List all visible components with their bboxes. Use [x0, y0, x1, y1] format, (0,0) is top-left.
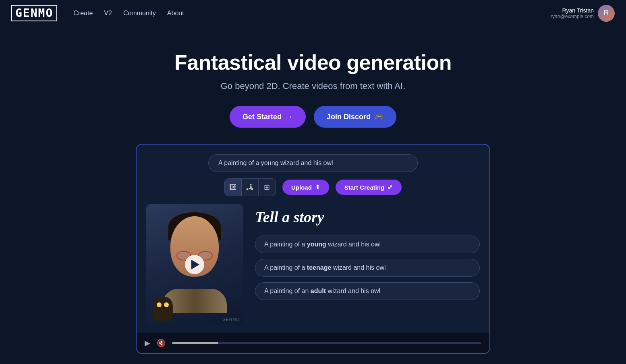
logo-text: GENMO: [11, 5, 57, 21]
nav-links: Create V2 Community About: [73, 10, 184, 17]
story-option-young-prefix: A painting of a: [264, 241, 307, 248]
story-option-young-suffix: wizard and his owl: [326, 241, 381, 248]
story-option-teenage[interactable]: A painting of a teenage wizard and his o…: [255, 259, 480, 277]
mute-button[interactable]: 🔇: [157, 339, 166, 347]
owl-eye-right: [164, 302, 169, 307]
story-option-adult-suffix: wizard and his owl: [326, 287, 380, 294]
hero-title: Fantastical video generation: [8, 50, 618, 74]
play-triangle-icon: [191, 260, 199, 269]
nav-link-v2[interactable]: V2: [104, 10, 112, 17]
get-started-label: Get Started: [243, 113, 282, 121]
demo-card: 🖼 🏞 ⊞ Upload ⬆ Start Creating ⤢: [136, 144, 490, 354]
story-option-young-bold: young: [307, 241, 326, 248]
hero-section: Fantastical video generation Go beyond 2…: [0, 26, 626, 144]
video-controls: ▶ 🔇: [137, 333, 489, 353]
get-started-arrow: →: [286, 113, 293, 121]
icon-btn-portrait[interactable]: 🖼: [225, 179, 242, 196]
upload-label: Upload: [291, 184, 312, 191]
avatar[interactable]: R: [598, 5, 615, 22]
prompt-row: [146, 154, 480, 172]
user-email: ryan@example.com: [551, 14, 594, 19]
logo[interactable]: GENMO: [11, 5, 57, 21]
progress-bar-track[interactable]: [172, 342, 481, 344]
hero-buttons: Get Started → Join Discord 🎮: [8, 106, 618, 128]
story-option-adult-prefix: A painting of an: [264, 287, 311, 294]
icon-btn-landscape[interactable]: 🏞: [242, 179, 259, 196]
story-panel: Tell a story A painting of a young wizar…: [255, 204, 480, 306]
video-thumbnail: GENMO: [146, 204, 243, 325]
navbar: GENMO Create V2 Community About Ryan Tri…: [0, 0, 626, 26]
join-discord-label: Join Discord: [327, 113, 371, 121]
progress-bar-fill: [172, 342, 218, 344]
owl-silhouette: [153, 297, 173, 321]
user-info: Ryan Tristan ryan@example.com: [551, 7, 594, 19]
tool-row: 🖼 🏞 ⊞ Upload ⬆ Start Creating ⤢: [146, 178, 480, 196]
story-option-adult-bold: adult: [311, 287, 326, 294]
upload-button[interactable]: Upload ⬆: [282, 180, 329, 195]
watermark: GENMO: [222, 317, 240, 322]
story-option-teenage-prefix: A painting of a: [264, 264, 307, 271]
get-started-button[interactable]: Get Started →: [230, 106, 306, 128]
owl-eye-left: [157, 302, 162, 307]
prompt-input[interactable]: [208, 154, 418, 172]
play-button-overlay[interactable]: [185, 255, 204, 274]
story-option-teenage-suffix: wizard and his owl: [331, 264, 386, 271]
nav-link-about[interactable]: About: [167, 10, 184, 17]
story-option-adult[interactable]: A painting of an adult wizard and his ow…: [255, 282, 480, 300]
nav-link-create[interactable]: Create: [73, 10, 93, 17]
owl-eyes: [157, 302, 169, 308]
main-content: GENMO Tell a story A painting of a young…: [146, 204, 480, 325]
start-creating-icon: ⤢: [388, 184, 393, 191]
story-option-teenage-bold: teenage: [307, 264, 331, 271]
nav-right: Ryan Tristan ryan@example.com R: [551, 5, 615, 22]
nav-link-community[interactable]: Community: [123, 10, 156, 17]
start-creating-button[interactable]: Start Creating ⤢: [336, 180, 402, 195]
start-creating-label: Start Creating: [344, 184, 384, 191]
icon-group: 🖼 🏞 ⊞: [224, 178, 276, 196]
hero-subtitle: Go beyond 2D. Create videos from text wi…: [8, 81, 618, 91]
avatar-initial: R: [604, 9, 609, 17]
discord-icon: 🎮: [375, 112, 383, 121]
play-pause-button[interactable]: ▶: [145, 339, 150, 347]
upload-icon: ⬆: [315, 184, 320, 191]
story-option-young[interactable]: A painting of a young wizard and his owl: [255, 236, 480, 253]
user-name: Ryan Tristan: [551, 7, 594, 14]
icon-btn-square[interactable]: ⊞: [259, 179, 276, 196]
story-title: Tell a story: [255, 208, 480, 226]
join-discord-button[interactable]: Join Discord 🎮: [314, 106, 396, 128]
